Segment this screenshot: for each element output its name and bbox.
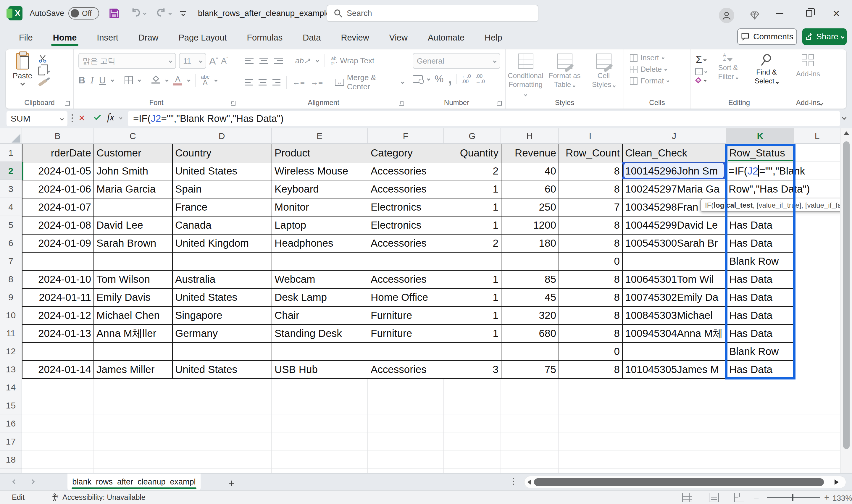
cell-I3[interactable]: 8 [559, 180, 623, 198]
cell-H3[interactable]: 60 [502, 180, 559, 198]
cell-E3[interactable]: Keyboard [272, 180, 368, 198]
cell-K8[interactable]: Has Data [727, 271, 795, 289]
confirm-entry-icon[interactable] [94, 113, 101, 120]
row-header-13[interactable]: 13 [0, 360, 22, 378]
number-dialog-launcher-icon[interactable] [497, 101, 502, 106]
tab-home[interactable]: Home [43, 28, 87, 47]
paste-dropdown-icon[interactable] [20, 81, 25, 86]
scroll-left-icon[interactable] [527, 480, 531, 485]
cell-C8[interactable]: Tom Wilson [94, 271, 173, 289]
vertical-scroll-thumb[interactable] [843, 141, 850, 449]
cell-F10[interactable]: Furniture [368, 307, 445, 325]
cell-F6[interactable]: Accessories [368, 235, 445, 253]
cell-H11[interactable]: 680 [502, 325, 559, 343]
cell-E8[interactable]: Webcam [272, 271, 368, 289]
row-header-10[interactable]: 10 [0, 306, 22, 324]
fill-button[interactable]: ↓ [695, 68, 707, 75]
align-left-icon[interactable] [244, 79, 253, 86]
column-header-D[interactable]: D [172, 128, 272, 144]
zoom-slider-track[interactable] [767, 497, 820, 498]
cell-D2[interactable]: United States [173, 162, 272, 180]
orientation-button[interactable]: ab↗ [295, 56, 310, 65]
copy-button[interactable] [38, 67, 50, 75]
cell-C5[interactable]: David Lee [94, 216, 173, 235]
row-header-15[interactable]: 15 [0, 396, 22, 414]
cell-D13[interactable]: United States [173, 361, 272, 379]
row-header-6[interactable]: 6 [0, 234, 22, 252]
quick-access-toolbar-icon[interactable] [180, 11, 186, 16]
tab-draw[interactable]: Draw [128, 28, 169, 47]
expand-formula-bar-icon[interactable] [842, 115, 847, 120]
cell-B9[interactable]: 2024-01-11 [22, 289, 94, 307]
cell-E12[interactable] [272, 343, 368, 361]
cell-I5[interactable]: 8 [559, 216, 623, 235]
cell-I12[interactable]: 0 [559, 343, 623, 361]
decrease-font-icon[interactable]: Aˇ [221, 56, 228, 66]
cut-button[interactable] [38, 54, 50, 63]
cell-E10[interactable]: Chair [272, 307, 368, 325]
cell-G1[interactable]: Quantity [445, 144, 502, 162]
horizontal-scrollbar[interactable] [524, 476, 846, 488]
row-header-18[interactable]: 18 [0, 450, 22, 468]
tab-data[interactable]: Data [293, 28, 331, 47]
cell-C12[interactable] [94, 343, 173, 361]
cell-B6[interactable]: 2024-01-09 [22, 235, 94, 253]
addins-button[interactable]: Add-ins [788, 49, 828, 78]
column-header-C[interactable]: C [93, 128, 172, 144]
cell-H12[interactable] [502, 343, 559, 361]
cell-E5[interactable]: Laptop [272, 216, 368, 235]
cell-G3[interactable]: 1 [445, 180, 502, 198]
increase-font-icon[interactable]: A^ [209, 55, 218, 67]
search-input[interactable]: Search [327, 5, 539, 22]
tab-file[interactable]: File [9, 28, 43, 47]
cell-J10[interactable]: 100845303Michael [623, 307, 727, 325]
cell-H4[interactable]: 250 [502, 198, 559, 216]
cell-C1[interactable]: Customer [94, 144, 173, 162]
cell-B10[interactable]: 2024-01-12 [22, 307, 94, 325]
cell-E7[interactable] [272, 253, 368, 271]
cell-F5[interactable]: Electronics [368, 216, 445, 235]
row-header-7[interactable]: 7 [0, 252, 22, 270]
cell-C9[interactable]: Emily Davis [94, 289, 173, 307]
cell-G12[interactable] [445, 343, 502, 361]
document-title[interactable]: blank_rows_after_cleanup_example.... [198, 8, 340, 18]
normal-view-button[interactable] [682, 493, 692, 502]
cell-G11[interactable]: 1 [445, 325, 502, 343]
find-select-button[interactable]: Find &Select [749, 53, 784, 86]
tab-formulas[interactable]: Formulas [237, 28, 293, 47]
restore-button[interactable] [799, 0, 819, 26]
scroll-right-icon[interactable] [835, 480, 839, 485]
cell-F12[interactable] [368, 343, 445, 361]
row-header-2[interactable]: 2 [0, 162, 22, 180]
cell-E13[interactable]: USB Hub [272, 361, 368, 379]
format-cells-button[interactable]: Format [630, 77, 690, 85]
cell-H2[interactable]: 40 [502, 162, 559, 180]
bottom-align-icon[interactable] [274, 58, 283, 64]
cell-J12[interactable] [623, 343, 727, 361]
row-header-17[interactable]: 17 [0, 432, 22, 450]
cell-J1[interactable]: Clean_Check [623, 144, 727, 162]
formula-input[interactable]: =IF(J2="","Blank Row","Has Data") [128, 111, 840, 126]
underline-button[interactable]: U [99, 75, 106, 86]
cell-B12[interactable] [22, 343, 94, 361]
cell-E6[interactable]: Headphones [272, 235, 368, 253]
cell-C10[interactable]: Michael Chen [94, 307, 173, 325]
sheet-tab-active[interactable]: blank_rows_after_cleanup_exampl [68, 473, 201, 490]
cell-D8[interactable]: Australia [173, 271, 272, 289]
premium-diamond-icon[interactable] [749, 10, 760, 21]
cell-D12[interactable] [173, 343, 272, 361]
cell-J13[interactable]: 101045305James M [623, 361, 727, 379]
cell-I6[interactable]: 8 [559, 235, 623, 253]
cell-I2[interactable]: 8 [559, 162, 623, 180]
cell-D10[interactable]: Singapore [173, 307, 272, 325]
cell-G5[interactable]: 1 [445, 216, 502, 235]
cell-C6[interactable]: Sarah Brown [94, 235, 173, 253]
cell-I9[interactable]: 8 [559, 289, 623, 307]
cell-F1[interactable]: Category [368, 144, 445, 162]
cell-B3[interactable]: 2024-01-06 [22, 180, 94, 198]
cell-D4[interactable]: France [173, 198, 272, 216]
cell-K12[interactable]: Blank Row [727, 343, 795, 361]
cell-F4[interactable]: Electronics [368, 198, 445, 216]
tab-review[interactable]: Review [331, 28, 379, 47]
cell-F13[interactable]: Accessories [368, 361, 445, 379]
